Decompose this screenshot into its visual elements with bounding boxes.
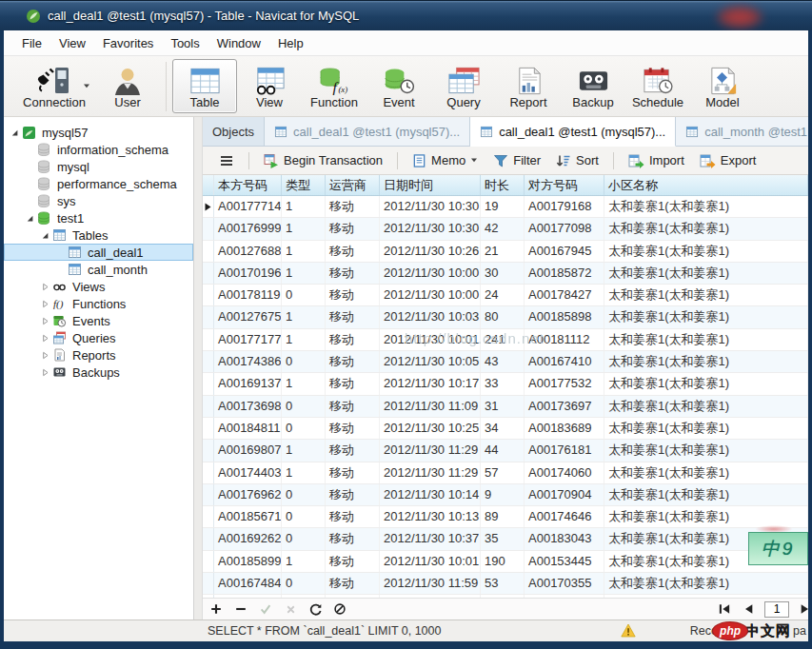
tree-item-call-deal1[interactable]: call_deal1	[4, 244, 193, 261]
table-cell[interactable]: 19	[481, 196, 525, 217]
table-cell[interactable]: 移动	[326, 528, 380, 549]
tree-item-reports[interactable]: Reports	[4, 346, 193, 364]
table-cell[interactable]: A00173697	[525, 396, 604, 417]
memo-button[interactable]: Memo	[406, 150, 485, 171]
table-cell[interactable]: A00183689	[525, 418, 604, 439]
table-cell[interactable]: 移动	[326, 263, 380, 284]
table-cell[interactable]: 31	[481, 396, 525, 417]
table-cell[interactable]: A00170196	[214, 263, 282, 284]
collapsed-arrow-icon[interactable]	[38, 351, 52, 360]
tree-item-views[interactable]: Views	[4, 278, 193, 295]
table-cell[interactable]: 移动	[326, 418, 380, 439]
table-cell[interactable]: A00185671	[214, 506, 282, 527]
add-record-button[interactable]	[208, 601, 224, 617]
table-cell[interactable]: 0	[282, 506, 326, 527]
table-cell[interactable]: 2012/11/30 10:14	[380, 484, 481, 505]
table-cell[interactable]: 移动	[326, 373, 380, 394]
table-cell[interactable]: A00177098	[525, 218, 604, 239]
table-cell[interactable]: A00177177	[214, 329, 282, 350]
table-cell[interactable]: 2012/11/30 10:03	[380, 306, 481, 327]
table-row[interactable]: A001771771移动2012/11/30 10:01241A00181112…	[203, 329, 808, 351]
previous-page-button[interactable]	[741, 601, 756, 617]
table-cell[interactable]: 移动	[326, 306, 380, 327]
table-cell[interactable]: 移动	[326, 329, 380, 350]
tree-item-queries[interactable]: Queries	[4, 329, 193, 346]
table-cell[interactable]: A00176181	[525, 440, 604, 461]
menu-help[interactable]: Help	[269, 32, 312, 54]
table-cell[interactable]: 太和姜寨1(太和姜寨1)	[604, 306, 808, 327]
toolbar-backup-button[interactable]: Backup	[561, 59, 625, 113]
table-cell[interactable]: 1	[282, 329, 326, 350]
sidebar-splitter[interactable]	[194, 117, 203, 620]
table-cell[interactable]: A00169262	[214, 528, 282, 549]
table-cell[interactable]: A00185898	[525, 306, 604, 327]
table-cell[interactable]: 57	[481, 462, 525, 483]
table-cell[interactable]: 9	[481, 484, 525, 505]
table-cell[interactable]: 太和姜寨1(太和姜寨1)	[604, 351, 808, 372]
column-header-1[interactable]: 类型	[282, 175, 326, 195]
table-cell[interactable]: A00127688	[214, 241, 282, 262]
table-cell[interactable]: 太和姜寨1(太和姜寨1)	[604, 396, 808, 417]
import-button[interactable]: Import	[622, 150, 691, 171]
table-row[interactable]: A001769991移动2012/11/30 10:3042A00177098太…	[203, 218, 808, 240]
toolbar-table-button[interactable]: Table	[172, 59, 237, 113]
table-cell[interactable]: 太和姜寨1(太和姜寨1)	[604, 506, 808, 527]
tab-call-deal1-test1-mysql57[interactable]: call_deal1 @test1 (mysql57)...	[470, 117, 676, 147]
page-number-input[interactable]	[764, 601, 789, 618]
table-cell[interactable]: 2012/11/30 10:30	[380, 196, 481, 217]
table-cell[interactable]: A00183043	[525, 528, 604, 549]
table-cell[interactable]: 2012/11/30 11:59	[380, 595, 481, 598]
table-cell[interactable]: 太和姜寨1(太和姜寨1)	[604, 373, 808, 394]
menu-window[interactable]: Window	[208, 32, 269, 54]
table-cell[interactable]: 30	[481, 263, 525, 284]
table-cell[interactable]: 80	[481, 306, 525, 327]
stop-button[interactable]	[332, 601, 347, 617]
tree-item-sys[interactable]: sys	[4, 192, 193, 209]
table-cell[interactable]: A00184811	[214, 418, 282, 439]
table-cell[interactable]: 0	[282, 285, 326, 305]
table-cell[interactable]: 太和姜寨1(太和姜寨1)	[604, 263, 808, 284]
column-header-0[interactable]: 本方号码	[214, 175, 282, 195]
table-cell[interactable]: 2012/11/30 10:00	[380, 285, 481, 305]
table-cell[interactable]: 太和姜寨1(太和姜寨1)	[604, 218, 808, 239]
table-cell[interactable]: A00174060	[525, 462, 604, 483]
column-header-2[interactable]: 运营商	[326, 175, 380, 195]
table-cell[interactable]: 太和姜寨1(太和姜寨1)	[604, 285, 808, 305]
table-cell[interactable]: A00170355	[525, 573, 604, 594]
table-cell[interactable]: 2012/11/30 10:37	[380, 528, 481, 549]
menu-file[interactable]: File	[13, 32, 50, 54]
table-row[interactable]: A001698071移动2012/11/30 11:2944A00176181太…	[203, 440, 808, 462]
table-cell[interactable]: A00176999	[214, 218, 282, 239]
table-row[interactable]: A001848110移动2012/11/30 10:2534A00183689太…	[203, 418, 808, 440]
table-cell[interactable]: 移动	[326, 440, 380, 461]
menu-tools[interactable]: Tools	[162, 32, 208, 54]
table-cell[interactable]: A00185899	[214, 551, 282, 572]
table-cell[interactable]: 移动	[326, 595, 380, 598]
table-cell[interactable]: A00174646	[525, 506, 604, 527]
table-cell[interactable]: 1	[282, 306, 326, 327]
toolbar-schedule-button[interactable]: Schedule	[625, 59, 690, 113]
table-cell[interactable]: 2012/11/30 11:09	[380, 396, 481, 417]
title-bar[interactable]: call_deal1 @test1 (mysql57) - Table - Na…	[0, 0, 812, 30]
table-cell[interactable]: 53	[481, 573, 525, 594]
table-cell[interactable]: A00178119	[214, 285, 282, 305]
table-cell[interactable]: 0	[282, 484, 326, 505]
table-cell[interactable]: 太和姜寨1(太和姜寨1)	[604, 440, 808, 461]
table-cell[interactable]: 移动	[326, 196, 380, 217]
filter-button[interactable]: Filter	[486, 150, 547, 171]
table-cell[interactable]: A00173698	[214, 396, 282, 417]
table-cell[interactable]: 21	[481, 241, 525, 262]
table-cell[interactable]: 2012/11/30 11:29	[380, 440, 481, 461]
table-cell[interactable]: 1	[282, 595, 326, 598]
table-row[interactable]: A001769620移动2012/11/30 10:149A00170904太和…	[203, 484, 808, 506]
table-cell[interactable]: 太和姜寨1(太和姜寨1)	[604, 418, 808, 439]
tree-item-call-month[interactable]: call_month	[4, 261, 193, 278]
delete-record-button[interactable]	[233, 601, 248, 617]
tree-item-tables[interactable]: Tables	[4, 226, 193, 244]
table-row[interactable]: A001674840移动2012/11/30 11:5953A00170355太…	[203, 573, 808, 595]
table-cell[interactable]: 1	[282, 196, 326, 217]
table-cell[interactable]: 89	[481, 506, 525, 527]
collapsed-arrow-icon[interactable]	[38, 300, 52, 308]
table-cell[interactable]: 2012/11/30 10:00	[380, 263, 481, 284]
collapsed-arrow-icon[interactable]	[38, 283, 52, 291]
